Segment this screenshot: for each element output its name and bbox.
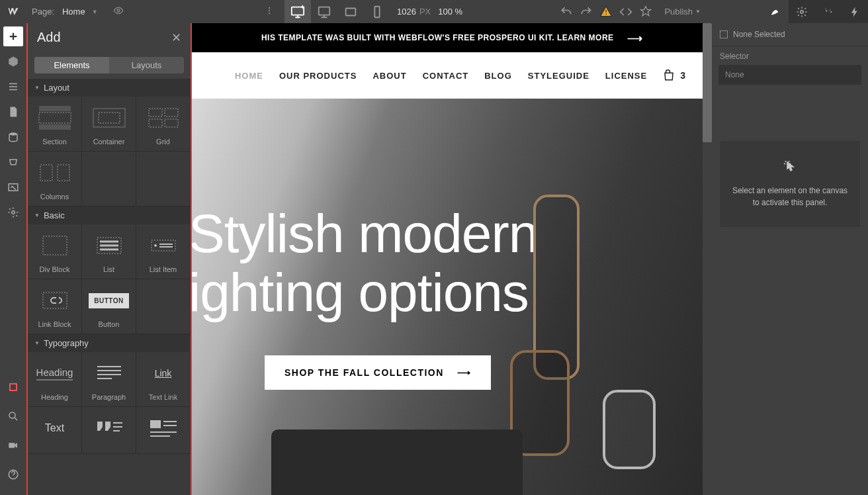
element-section[interactable]: Section <box>28 97 82 152</box>
blockquote-icon <box>92 415 126 441</box>
style-manager-tab-icon[interactable] <box>815 0 842 23</box>
element-paragraph[interactable]: Paragraph <box>82 352 136 407</box>
nav-products[interactable]: OUR PRODUCTS <box>279 71 357 81</box>
svg-point-12 <box>9 412 15 418</box>
nav-contact[interactable]: CONTACT <box>423 71 469 81</box>
add-panel-title: Add <box>37 30 61 45</box>
device-mobile-icon[interactable] <box>364 0 390 23</box>
hero-section[interactable]: Stylish modern ighting options SHOP THE … <box>192 99 712 495</box>
section-layout-header[interactable]: Layout <box>28 79 191 97</box>
close-icon[interactable]: ✕ <box>171 30 181 45</box>
warning-icon[interactable] <box>599 5 613 19</box>
tab-layouts[interactable]: Layouts <box>109 57 184 73</box>
svg-rect-13 <box>9 443 15 448</box>
pointer-icon <box>782 159 798 175</box>
ecommerce-icon[interactable] <box>3 152 23 172</box>
stop-icon[interactable] <box>3 377 23 397</box>
audit-icon[interactable] <box>639 5 652 19</box>
element-link-block[interactable]: Link Block <box>28 279 82 334</box>
svg-rect-24 <box>40 165 52 181</box>
selection-indicator: None Selected <box>712 23 868 46</box>
canvas-scrollbar[interactable] <box>703 23 712 495</box>
settings-tab-icon[interactable] <box>789 0 815 23</box>
element-list[interactable]: List <box>82 224 136 279</box>
help-icon[interactable] <box>3 465 23 484</box>
svg-rect-21 <box>165 109 178 116</box>
chevron-down-icon: ▼ <box>695 9 701 15</box>
section-basic-header[interactable]: Basic <box>28 206 191 224</box>
search-icon[interactable] <box>3 406 23 426</box>
section-typography-header[interactable]: Typography <box>28 334 191 352</box>
svg-rect-20 <box>149 109 162 116</box>
interactions-tab-icon[interactable] <box>842 0 868 23</box>
element-blockquote[interactable] <box>82 407 136 454</box>
empty-state-text: Select an element on the canvas to activ… <box>732 185 848 208</box>
symbols-icon[interactable] <box>3 52 23 71</box>
announcement-text: HIS TEMPLATE WAS BUILT WITH WEBFLOW'S FR… <box>261 33 614 42</box>
svg-rect-43 <box>150 420 161 428</box>
code-icon[interactable] <box>619 5 632 19</box>
chevron-down-icon[interactable]: ▼ <box>92 9 98 15</box>
element-rich-text[interactable] <box>136 407 191 454</box>
element-heading[interactable]: Heading Heading <box>28 352 82 407</box>
grid-icon <box>146 105 181 131</box>
page-name[interactable]: Home <box>62 7 85 17</box>
element-list-item[interactable]: List Item <box>136 224 191 279</box>
nav-styleguide[interactable]: STYLEGUIDE <box>528 71 589 81</box>
pages-icon[interactable] <box>3 102 23 122</box>
nav-home[interactable]: HOME <box>235 71 263 81</box>
svg-point-8 <box>801 10 804 13</box>
more-icon[interactable] <box>265 6 274 17</box>
tab-elements[interactable]: Elements <box>34 57 109 73</box>
device-tablet-landscape-icon[interactable] <box>337 0 364 23</box>
redo-icon[interactable] <box>580 5 593 19</box>
svg-rect-5 <box>319 7 330 15</box>
scrollbar-thumb[interactable] <box>703 23 712 142</box>
cart-button[interactable]: 3 <box>663 69 685 81</box>
cta-button[interactable]: SHOP THE FALL COLLECTION ⟶ <box>265 355 491 390</box>
settings-icon[interactable] <box>3 202 23 222</box>
element-text-block[interactable]: Text <box>28 407 82 454</box>
selector-input[interactable]: None <box>718 65 861 85</box>
list-item-icon <box>146 232 181 259</box>
assets-icon[interactable] <box>3 177 23 197</box>
device-desktop-icon[interactable]: ✦ <box>284 0 311 23</box>
element-div-block[interactable]: Div Block <box>28 224 82 279</box>
device-tablet-icon[interactable] <box>311 0 337 23</box>
canvas[interactable]: HIS TEMPLATE WAS BUILT WITH WEBFLOW'S FR… <box>192 23 712 495</box>
svg-rect-25 <box>58 165 69 181</box>
preview-icon[interactable] <box>113 5 124 18</box>
none-selected-label: None Selected <box>733 30 785 39</box>
arrow-right-icon: ⟶ <box>457 367 472 378</box>
announcement-bar[interactable]: HIS TEMPLATE WAS BUILT WITH WEBFLOW'S FR… <box>192 23 712 52</box>
svg-rect-17 <box>39 124 71 130</box>
element-text-link[interactable]: Link Text Link <box>136 352 191 407</box>
cms-icon[interactable] <box>3 127 23 147</box>
empty-state: Select an element on the canvas to activ… <box>720 141 860 227</box>
svg-point-0 <box>117 9 120 12</box>
canvas-unit: PX <box>419 7 431 17</box>
div-block-icon <box>38 232 72 259</box>
undo-icon[interactable] <box>560 5 573 19</box>
text-icon: Text <box>38 415 72 441</box>
element-grid[interactable]: Grid <box>136 97 191 152</box>
element-container[interactable]: Container <box>82 97 136 152</box>
svg-rect-26 <box>43 236 67 255</box>
element-columns[interactable]: Columns <box>28 152 82 206</box>
nav-license[interactable]: LICENSE <box>605 71 647 81</box>
canvas-zoom[interactable]: 100 % <box>438 7 462 17</box>
svg-point-2 <box>269 10 270 11</box>
heading-icon: Heading <box>38 360 72 386</box>
hero-title-line1[interactable]: Stylish modern <box>192 204 712 263</box>
nav-blog[interactable]: BLOG <box>484 71 512 81</box>
element-button[interactable]: BUTTON Button <box>82 279 136 334</box>
style-tab-icon[interactable] <box>762 0 789 23</box>
video-icon[interactable] <box>3 435 23 455</box>
canvas-width[interactable]: 1026 <box>397 7 416 17</box>
webflow-logo[interactable] <box>7 5 20 19</box>
add-element-button[interactable] <box>3 26 23 46</box>
nav-about[interactable]: ABOUT <box>372 71 406 81</box>
navigator-icon[interactable] <box>3 77 23 97</box>
publish-button[interactable]: Publish ▼ <box>659 7 706 17</box>
hero-title-line2[interactable]: ighting options <box>192 263 712 322</box>
